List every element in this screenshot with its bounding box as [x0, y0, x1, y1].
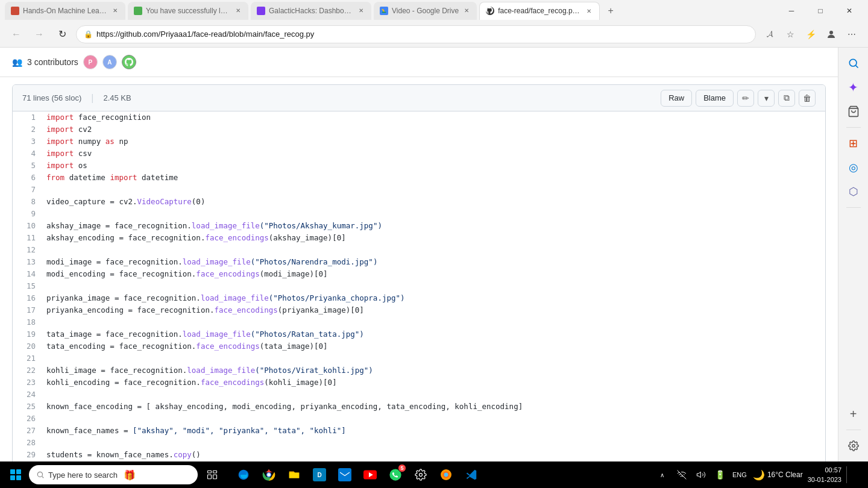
- settings-icon: [415, 469, 427, 481]
- show-desktop-button[interactable]: [846, 466, 863, 483]
- table-row: 18: [13, 316, 825, 328]
- line-code: akshay_image = face_recognition.load_ima…: [44, 220, 825, 232]
- tab-3[interactable]: GalacticHacks: Dashboard | Dev/ ✕: [251, 2, 371, 20]
- sidebar-office-icon[interactable]: ⊞: [843, 133, 864, 154]
- start-button[interactable]: [5, 464, 27, 486]
- taskbar-search-icon: [36, 471, 45, 479]
- taskbar-edge-icon[interactable]: [231, 463, 256, 487]
- table-row: 26: [13, 413, 825, 425]
- task-view-button[interactable]: [200, 463, 224, 487]
- title-bar: Hands-On Machine Learning.pdf ✕ You have…: [0, 0, 868, 21]
- line-code: [44, 184, 825, 196]
- tab-2-favicon: [134, 7, 142, 15]
- tray-up-arrow[interactable]: ∧: [654, 466, 671, 483]
- table-row: 21: [13, 352, 825, 364]
- tab-4[interactable]: Video - Google Drive ✕: [374, 2, 477, 20]
- table-row: 9: [13, 208, 825, 220]
- table-row: 1import face_recognition: [13, 111, 825, 124]
- tray-language[interactable]: ENG: [731, 466, 748, 483]
- tray-battery-icon[interactable]: 🔋: [712, 466, 729, 483]
- line-number: 21: [13, 352, 44, 364]
- address-input[interactable]: 🔒 https://github.com/Priyaaa1/face-read/…: [76, 25, 756, 43]
- table-row: 7: [13, 184, 825, 196]
- copy-raw-button[interactable]: ⧉: [778, 90, 795, 107]
- tab-2-close[interactable]: ✕: [234, 7, 242, 15]
- minimize-button[interactable]: ─: [778, 0, 805, 21]
- new-tab-button[interactable]: +: [602, 2, 619, 19]
- table-row: 11akshay_encoding = face_recognition.fac…: [13, 232, 825, 244]
- tab-2[interactable]: You have successfully logged on. ✕: [128, 2, 248, 20]
- more-options-button[interactable]: ▾: [758, 90, 775, 107]
- line-number: 20: [13, 340, 44, 352]
- back-button[interactable]: ←: [7, 25, 25, 43]
- code-actions: Raw Blame ✏ ▾ ⧉ 🗑: [661, 90, 816, 107]
- contributor-avatar-3[interactable]: [122, 55, 136, 69]
- taskbar-explorer-icon[interactable]: [282, 463, 306, 487]
- taskbar-vscode-icon[interactable]: [459, 463, 483, 487]
- contributors-bar: 👥 3 contributors P A: [0, 48, 838, 77]
- address-bar: ← → ↻ 🔒 https://github.com/Priyaaa1/face…: [0, 21, 868, 48]
- sidebar-settings-icon[interactable]: [843, 435, 864, 457]
- system-tray-icons: ∧ 🔋 ENG: [654, 466, 748, 483]
- sidebar-outlook-icon[interactable]: ◎: [843, 157, 864, 178]
- tray-network-icon[interactable]: [673, 466, 690, 483]
- collections-icon[interactable]: ⚡: [802, 25, 820, 43]
- taskbar-settings-icon[interactable]: [409, 463, 433, 487]
- read-aloud-icon[interactable]: 𝓐: [761, 25, 779, 43]
- sidebar-add-icon[interactable]: +: [843, 403, 864, 425]
- line-code: import csv: [44, 148, 825, 160]
- tab-5-close[interactable]: ✕: [585, 7, 593, 15]
- table-row: 23kohli_encoding = face_recognition.face…: [13, 377, 825, 389]
- tab-3-close[interactable]: ✕: [357, 7, 365, 15]
- taskbar-chrome-icon[interactable]: [257, 463, 281, 487]
- dell-logo: D: [313, 468, 326, 481]
- tab-4-close[interactable]: ✕: [462, 7, 471, 15]
- tab-1[interactable]: Hands-On Machine Learning.pdf ✕: [5, 2, 125, 20]
- close-button[interactable]: ✕: [835, 0, 863, 21]
- delete-button[interactable]: 🗑: [799, 90, 816, 107]
- refresh-button[interactable]: ↻: [53, 25, 71, 43]
- forward-button[interactable]: →: [30, 25, 48, 43]
- line-code: [44, 352, 825, 364]
- weather-widget[interactable]: 🌙 16°C Clear: [753, 469, 803, 481]
- system-clock[interactable]: 00:57 30-01-2023: [808, 465, 841, 485]
- lock-icon: 🔒: [84, 30, 93, 39]
- taskbar-mail-icon[interactable]: [333, 463, 357, 487]
- taskbar-search[interactable]: Type here to search 🎁: [29, 465, 198, 484]
- add-favorites-icon[interactable]: ☆: [781, 25, 799, 43]
- tab-1-close[interactable]: ✕: [111, 7, 119, 15]
- contributor-avatar-2[interactable]: A: [102, 55, 117, 69]
- contributor-avatar-1[interactable]: P: [83, 55, 98, 69]
- line-number: 24: [13, 389, 44, 401]
- sidebar-teams-icon[interactable]: ⬡: [843, 181, 864, 202]
- table-row: 5import os: [13, 160, 825, 172]
- tray-volume-icon[interactable]: [693, 466, 709, 483]
- svg-rect-7: [208, 471, 212, 473]
- firefox-icon: [439, 468, 453, 481]
- tab-5[interactable]: face-read/face_recog.py at main ✕: [479, 2, 600, 20]
- tab-5-favicon: [486, 7, 494, 15]
- sidebar-search-icon[interactable]: [843, 52, 864, 74]
- taskbar-whatsapp-icon[interactable]: 5: [383, 463, 407, 487]
- vscode-icon: [465, 468, 478, 481]
- profile-icon[interactable]: [822, 25, 840, 43]
- line-code: known_face_encoding = [ akshay_encoding,…: [44, 401, 825, 413]
- line-number: 19: [13, 328, 44, 340]
- line-number: 29: [13, 449, 44, 461]
- svg-point-1: [849, 59, 857, 66]
- maximize-button[interactable]: □: [807, 0, 834, 21]
- svg-point-21: [444, 473, 448, 477]
- line-code: modi_encoding = face_recognition.face_en…: [44, 268, 825, 280]
- svg-point-18: [420, 474, 423, 477]
- svg-point-4: [852, 445, 855, 448]
- blame-button[interactable]: Blame: [696, 90, 734, 107]
- sidebar-shopping-icon[interactable]: [843, 101, 864, 122]
- taskbar-youtube-icon[interactable]: [358, 463, 382, 487]
- edit-button[interactable]: ✏: [737, 90, 754, 107]
- taskbar-firefox-icon[interactable]: [434, 463, 458, 487]
- github-content[interactable]: 👥 3 contributors P A 71 lines (56 sloc) …: [0, 48, 838, 461]
- sidebar-copilot-icon[interactable]: ✦: [843, 77, 864, 98]
- taskbar-dell-icon[interactable]: D: [307, 463, 332, 487]
- more-menu-icon[interactable]: ⋯: [843, 25, 861, 43]
- raw-button[interactable]: Raw: [661, 90, 692, 107]
